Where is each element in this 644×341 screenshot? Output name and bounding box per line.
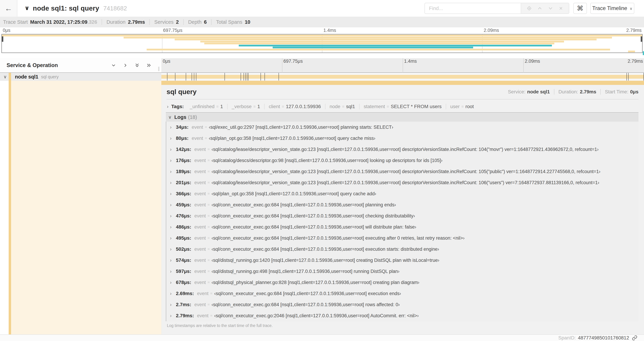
chevron-right-icon[interactable]: › [170, 224, 176, 230]
chevron-right-icon[interactable]: › [170, 302, 176, 307]
log-entry[interactable]: ›80μs:event=‹sql/plan_opt.go:358 [nsql1,… [166, 133, 638, 144]
ruler-tick-label: 2.79ms [628, 59, 643, 64]
span-detail-title: sql query [166, 88, 196, 96]
logs-section-header[interactable]: ∨ Logs (18) [166, 112, 638, 122]
tags-row[interactable]: › Tags: _unfinished=1_verbose=1client=12… [166, 102, 638, 112]
chevron-right-icon[interactable]: › [170, 313, 176, 318]
log-field-key: event [194, 180, 206, 185]
span-row-label[interactable]: ∨ node sql1 sql query [0, 73, 161, 81]
chevron-right-icon[interactable]: › [170, 291, 176, 296]
tag-item[interactable]: _verbose=1 [227, 104, 264, 109]
column-resize-handle[interactable]: ∥ [158, 66, 160, 71]
chevron-right-icon[interactable]: › [170, 158, 176, 163]
collapse-one-icon[interactable] [111, 63, 116, 68]
log-entry[interactable]: ›2.79ms:event=‹sql/conn_executor_exec.go… [166, 310, 638, 321]
log-entry[interactable]: ›142μs:event=‹sql/catalog/lease/descript… [166, 144, 638, 155]
clear-search-icon[interactable] [558, 6, 563, 11]
keyboard-shortcuts-button[interactable]: ⌘ [573, 3, 587, 14]
log-entry[interactable]: ›176μs:event=‹sql/catalog/descs/descript… [166, 155, 638, 166]
log-entry[interactable]: ›597μs:event=‹sql/distsql_running.go:498… [166, 266, 638, 277]
chevron-right-icon[interactable]: › [170, 136, 176, 141]
log-entry[interactable]: ›34μs:event=‹sql/exec_util.go:2297 [nsql… [166, 122, 638, 133]
log-timestamp: 574μs: [176, 257, 191, 263]
summary-label: Duration [106, 19, 126, 25]
log-entry[interactable]: ›201μs:event=‹sql/catalog/lease/descript… [166, 177, 638, 188]
tag-key: statement [364, 104, 385, 109]
chevron-right-icon[interactable]: › [170, 213, 176, 219]
minimap-canvas[interactable] [2, 34, 642, 53]
log-entry[interactable]: ›459μs:event=‹sql/conn_executor_exec.go:… [166, 199, 638, 210]
find-input[interactable] [425, 3, 521, 14]
equals-sign: = [216, 104, 218, 109]
tag-item[interactable]: user=root [446, 104, 478, 109]
equals-sign: = [282, 104, 284, 109]
meta-label: Start Time: [605, 89, 628, 95]
chevron-right-icon[interactable]: › [170, 235, 176, 241]
log-entry[interactable]: ›502μs:event=‹sql/conn_executor_exec.go:… [166, 244, 638, 255]
log-entry[interactable]: ›574μs:event=‹sql/distsql_running.go:142… [166, 255, 638, 266]
chevron-right-icon[interactable]: › [170, 125, 176, 130]
span-detail-header: sql query Service:node sql1Duration:2.79… [166, 86, 638, 97]
chevron-down-icon[interactable]: ∨ [24, 5, 30, 12]
log-entry[interactable]: ›678μs:event=‹sql/distsql_physical_plann… [166, 277, 638, 288]
log-timestamp: 597μs: [176, 269, 191, 274]
tags-label: Tags: [171, 104, 184, 109]
back-button[interactable]: ← [0, 0, 17, 17]
log-marker [628, 73, 628, 81]
chevron-right-icon[interactable]: › [170, 247, 176, 252]
chevron-down-icon[interactable]: ∨ [4, 74, 7, 80]
log-entry[interactable]: ›189μs:event=‹sql/catalog/lease/descript… [166, 166, 638, 177]
chevron-right-icon[interactable]: › [170, 258, 176, 263]
summary-item: Trace StartMarch 31 2022, 17:25:09.326 [3, 19, 97, 25]
log-field-key: event [194, 213, 206, 219]
log-field-key: event [194, 202, 206, 208]
tag-value: root [466, 104, 474, 109]
log-entry[interactable]: ›2.69ms:event=‹sql/conn_executor_exec.go… [166, 288, 638, 299]
log-entry[interactable]: ›366μs:event=‹sql/plan_opt.go:358 [nsql1… [166, 188, 638, 199]
log-marker [224, 73, 225, 81]
chevron-right-icon[interactable]: › [170, 191, 176, 196]
view-selector-button[interactable]: Trace Timeline ∨ [590, 3, 634, 14]
span-id-label: SpanID: [558, 335, 576, 341]
tag-value: 1 [220, 104, 223, 109]
link-icon[interactable] [632, 335, 638, 341]
log-field-value: ‹sql/catalog/lease/descriptor_version_st… [212, 147, 599, 152]
expand-one-icon[interactable] [122, 63, 128, 68]
expand-all-icon[interactable] [146, 63, 152, 68]
log-marker [278, 73, 279, 81]
collapse-all-icon[interactable] [134, 63, 140, 68]
log-field-value: ‹sql/exec_util.go:2297 [nsql1,client=127… [209, 125, 393, 130]
ruler-tick-label: 2.09ms [484, 28, 499, 33]
tag-item[interactable]: client=127.0.0.1:59936 [264, 104, 325, 109]
log-entry[interactable]: ›495μs:event=‹sql/conn_executor_exec.go:… [166, 232, 638, 244]
span-id-bar: SpanID: 4877749850101760812 [0, 334, 644, 341]
log-entry[interactable]: ›2.7ms:event=‹sql/conn_executor_exec.go:… [166, 299, 638, 310]
log-field-key: event [194, 269, 206, 274]
meta-label: Duration: [558, 89, 578, 95]
chevron-right-icon[interactable]: › [167, 104, 168, 109]
chevron-down-icon[interactable]: ∨ [168, 115, 172, 120]
span-bar-track[interactable] [161, 75, 644, 79]
chevron-right-icon[interactable]: › [170, 269, 176, 274]
chevron-right-icon[interactable]: › [170, 147, 176, 152]
back-arrow-icon: ← [5, 4, 12, 13]
next-result-icon[interactable] [548, 6, 553, 11]
chevron-right-icon[interactable]: › [170, 280, 176, 285]
log-field-value: ‹sql/catalog/lease/descriptor_version_st… [212, 169, 600, 174]
span-row-timeline[interactable] [161, 73, 644, 81]
tag-item[interactable]: node=sql1 [325, 104, 359, 109]
equals-sign: = [210, 313, 212, 318]
tag-value: 1 [258, 104, 260, 109]
log-entry[interactable]: ›486μs:event=‹sql/conn_executor_exec.go:… [166, 221, 638, 232]
chevron-right-icon[interactable]: › [170, 202, 176, 208]
tag-item[interactable]: statement=SELECT * FROM users [359, 104, 446, 109]
summary-value: 6 [204, 19, 207, 25]
locate-icon[interactable] [527, 6, 532, 11]
chevron-right-icon[interactable]: › [170, 180, 176, 185]
chevron-right-icon[interactable]: › [170, 169, 176, 174]
ruler-tick-label: 1.4ms [324, 28, 336, 33]
tag-item[interactable]: _unfinished=1 [186, 104, 227, 109]
prev-result-icon[interactable] [537, 6, 542, 11]
log-entry[interactable]: ›476μs:event=‹sql/conn_executor_exec.go:… [166, 210, 638, 221]
logs-label: Logs [174, 114, 186, 120]
